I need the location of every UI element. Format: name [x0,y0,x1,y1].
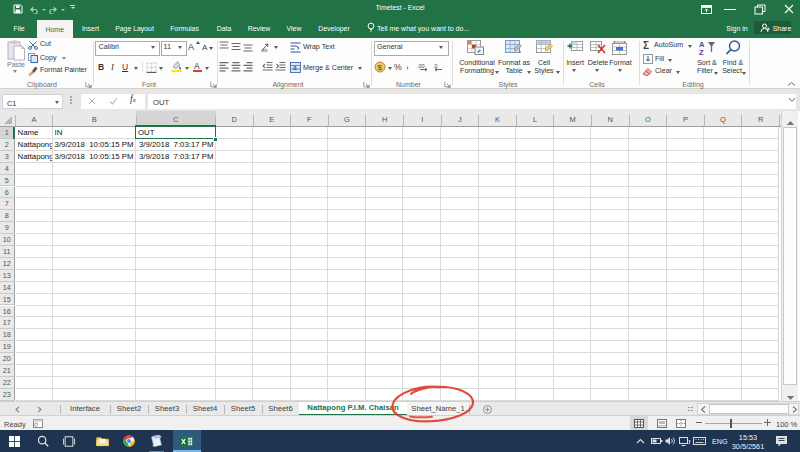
svg-text:$: $ [377,63,382,72]
svg-text:Z: Z [699,48,704,56]
svg-text:.00: .00 [417,63,425,69]
svg-text:a: a [293,64,297,71]
svg-text:.0: .0 [433,63,438,69]
svg-text:ab: ab [261,47,268,53]
